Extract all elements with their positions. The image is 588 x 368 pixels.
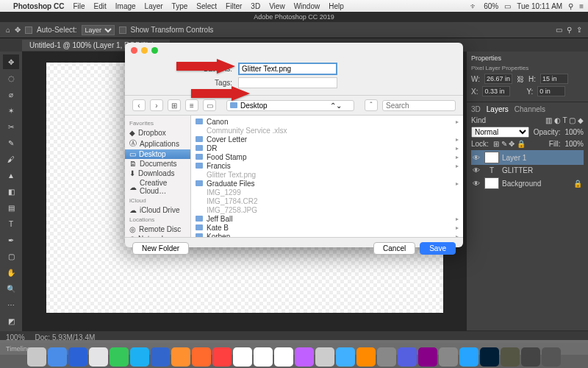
stamp-tool[interactable]: ▲ xyxy=(3,168,19,183)
show-transform-checkbox[interactable] xyxy=(119,26,126,34)
menu-image[interactable]: Image xyxy=(115,2,136,10)
close-window-icon[interactable] xyxy=(131,47,137,54)
sidebar-item-iclouddrive[interactable]: ☁iCloud Drive xyxy=(125,205,190,215)
more-tools[interactable]: ⋯ xyxy=(3,297,19,312)
save-button[interactable]: Save xyxy=(420,242,456,255)
save-as-input[interactable] xyxy=(238,63,337,75)
eraser-tool[interactable]: ◧ xyxy=(3,184,19,199)
tab-3d[interactable]: 3D xyxy=(471,105,481,113)
dock-app-icon[interactable] xyxy=(48,347,67,367)
dock-app-icon[interactable] xyxy=(439,347,458,367)
dock-app-icon[interactable] xyxy=(212,347,232,367)
x-input[interactable] xyxy=(482,86,510,96)
app-name[interactable]: Photoshop CC xyxy=(13,2,64,10)
dock-app-icon[interactable] xyxy=(315,347,334,367)
tags-input[interactable] xyxy=(238,77,337,88)
dock-app-icon[interactable] xyxy=(521,347,540,367)
dock-app-icon[interactable] xyxy=(89,347,108,367)
dock-app-icon[interactable] xyxy=(542,347,561,367)
zoom-window-icon[interactable] xyxy=(151,47,158,54)
view-grid-icon[interactable]: ⊞ xyxy=(168,99,181,111)
menu-help[interactable]: Help xyxy=(329,2,344,10)
sidebar-item-remotedisc[interactable]: ◎Remote Disc xyxy=(125,224,190,234)
visibility-icon[interactable]: 👁 xyxy=(473,180,481,188)
back-button[interactable]: ‹ xyxy=(132,99,146,111)
dock-app-icon[interactable] xyxy=(110,347,129,367)
file-item[interactable]: Cover Letter▸ xyxy=(191,135,463,144)
file-item[interactable]: Francis▸ xyxy=(191,161,463,170)
dock-app-icon[interactable] xyxy=(377,347,396,367)
dock-app-icon[interactable] xyxy=(336,347,355,367)
dock-app-icon[interactable] xyxy=(480,347,499,367)
dock-app-icon[interactable] xyxy=(459,347,478,367)
dock-app-icon[interactable] xyxy=(398,347,417,367)
menu-edit[interactable]: Edit xyxy=(94,2,107,10)
dock-app-icon[interactable] xyxy=(356,347,376,367)
gradient-tool[interactable]: ▤ xyxy=(3,200,19,215)
tab-channels[interactable]: Channels xyxy=(514,105,545,113)
dock-app-icon[interactable] xyxy=(295,347,314,367)
location-dropdown[interactable]: Desktop ⌃⌄ xyxy=(226,100,354,111)
link-icon[interactable]: ⛓ xyxy=(517,75,524,83)
visibility-icon[interactable]: 👁 xyxy=(473,154,481,162)
minimize-window-icon[interactable] xyxy=(141,47,148,54)
lock-icons[interactable]: ⊞ ✎ ✥ 🔒 xyxy=(493,140,526,148)
auto-select-dropdown[interactable]: Layer xyxy=(82,25,115,35)
color-swatch[interactable]: ◩ xyxy=(3,314,19,328)
home-icon[interactable]: ⌂ xyxy=(6,26,10,34)
dock-app-icon[interactable] xyxy=(151,347,170,367)
menu-filter[interactable]: Filter xyxy=(226,2,242,10)
menu-layer[interactable]: Layer xyxy=(145,2,163,10)
sidebar-item-creativecloud[interactable]: ☁Creative Cloud… xyxy=(125,178,190,196)
dock-app-icon[interactable] xyxy=(192,347,211,367)
dock-app-icon[interactable] xyxy=(501,347,520,367)
type-tool[interactable]: T xyxy=(3,216,19,231)
sidebar-item-documents[interactable]: 🗎Documents xyxy=(125,159,190,169)
marquee-tool[interactable]: ◌ xyxy=(3,71,19,85)
file-item[interactable]: Kate B▸ xyxy=(191,223,463,232)
menu-select[interactable]: Select xyxy=(196,2,217,10)
visibility-icon[interactable]: 👁 xyxy=(473,166,481,174)
file-item[interactable]: DR▸ xyxy=(191,144,463,152)
share-icon[interactable]: ⇪ xyxy=(576,26,582,34)
menu-type[interactable]: Type xyxy=(172,2,188,10)
dock-app-icon[interactable] xyxy=(68,347,87,367)
file-item[interactable]: IMG_1299 xyxy=(191,188,463,197)
search-ps-icon[interactable]: ⚲ xyxy=(567,26,572,34)
workspace-icon[interactable]: ▭ xyxy=(556,26,562,34)
file-item[interactable]: Glitter Text.png xyxy=(191,170,463,179)
file-item[interactable]: Graduate Files▸ xyxy=(191,179,463,188)
filter-icons[interactable]: ▥ ◐ T ▢ ◆ xyxy=(545,116,584,124)
shape-tool[interactable]: ▢ xyxy=(3,249,19,263)
forward-button[interactable]: › xyxy=(150,99,163,111)
file-item[interactable]: Canon▸ xyxy=(191,117,463,126)
dock-app-icon[interactable] xyxy=(418,347,437,367)
hand-tool[interactable]: ✋ xyxy=(3,265,19,280)
zoom-tool[interactable]: 🔍 xyxy=(3,281,19,296)
sidebar-item-downloads[interactable]: ⬇Downloads xyxy=(125,169,190,178)
opacity-value[interactable]: 100% xyxy=(564,128,584,136)
wifi-icon[interactable]: ᯤ xyxy=(470,2,478,10)
menu-view[interactable]: View xyxy=(269,2,285,10)
wand-tool[interactable]: ✶ xyxy=(3,103,19,118)
blend-mode[interactable]: Normal xyxy=(471,127,529,138)
sidebar-item-dropbox[interactable]: ◆Dropbox xyxy=(125,128,190,138)
file-item[interactable]: Community Service .xlsx xyxy=(191,126,463,135)
layer-row[interactable]: 👁Background🔒 xyxy=(471,176,584,191)
file-item[interactable]: IMG_1784.CR2 xyxy=(191,197,463,205)
move-tool[interactable]: ✥ xyxy=(3,54,19,69)
dock-app-icon[interactable] xyxy=(27,347,46,367)
sidebar-item-applications[interactable]: ⒶApplications xyxy=(125,138,190,149)
spotlight-icon[interactable]: ⚲ xyxy=(568,2,573,10)
view-list-icon[interactable]: ≡ xyxy=(185,99,198,111)
eyedropper-tool[interactable]: ✎ xyxy=(3,135,19,150)
menu-extra-icon[interactable]: ≡ xyxy=(579,2,584,10)
cancel-button[interactable]: Cancel xyxy=(373,242,415,255)
fill-value[interactable]: 100% xyxy=(564,140,584,148)
auto-select-checkbox[interactable] xyxy=(25,26,32,34)
menu-3d[interactable]: 3D xyxy=(251,2,260,10)
layer-row[interactable]: 👁TGLITTER xyxy=(471,165,584,176)
crop-tool[interactable]: ✂ xyxy=(3,119,19,134)
file-item[interactable]: Korben▸ xyxy=(191,232,463,237)
lasso-tool[interactable]: ⌀ xyxy=(3,87,19,102)
